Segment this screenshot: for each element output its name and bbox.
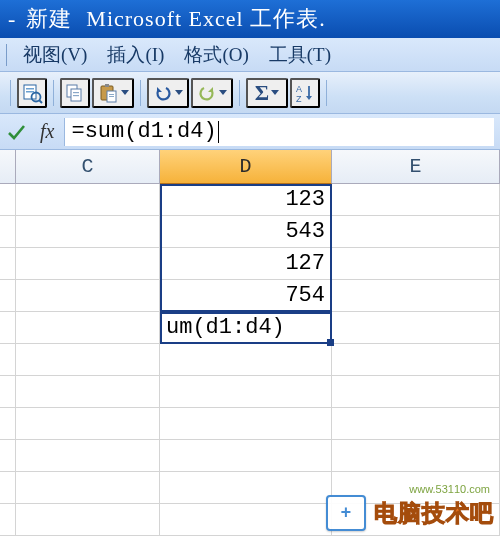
cell-d3[interactable]: 127 <box>160 248 332 280</box>
svg-rect-13 <box>109 96 114 97</box>
cell-stub[interactable] <box>0 248 16 280</box>
cell-c5[interactable] <box>16 312 160 344</box>
table-row <box>0 408 500 440</box>
chevron-down-icon <box>271 90 279 95</box>
spreadsheet-grid: C D E 123 543 127 754 <box>0 150 500 539</box>
copy-button[interactable] <box>60 78 90 108</box>
undo-button[interactable] <box>147 78 189 108</box>
sort-asc-icon: A Z <box>294 82 316 104</box>
cell-d6[interactable] <box>160 344 332 376</box>
cell-c9[interactable] <box>16 440 160 472</box>
cell-c3[interactable] <box>16 248 160 280</box>
table-row <box>0 376 500 408</box>
cell-e6[interactable] <box>332 344 500 376</box>
cell-d10[interactable] <box>160 472 332 504</box>
autosum-button[interactable]: Σ <box>246 78 288 108</box>
text-caret <box>218 121 219 143</box>
title-new-zh: 新建 <box>26 4 72 34</box>
chevron-down-icon <box>219 90 227 95</box>
cell-d11[interactable] <box>160 504 332 536</box>
col-header-stub[interactable] <box>0 150 16 184</box>
redo-icon <box>197 83 217 103</box>
cell-e9[interactable] <box>332 440 500 472</box>
table-row: 543 <box>0 216 500 248</box>
cell-stub[interactable] <box>0 312 16 344</box>
svg-line-4 <box>39 100 42 103</box>
print-preview-button[interactable] <box>17 78 47 108</box>
table-row: 754 <box>0 280 500 312</box>
cell-stub[interactable] <box>0 344 16 376</box>
cell-e1[interactable] <box>332 184 500 216</box>
cell-c11[interactable] <box>16 504 160 536</box>
cell-stub[interactable] <box>0 184 16 216</box>
svg-rect-8 <box>73 95 79 96</box>
cell-e7[interactable] <box>332 376 500 408</box>
title-dash: - <box>8 6 16 32</box>
menu-format[interactable]: 格式(O) <box>174 40 258 70</box>
formula-input[interactable]: =sum(d1:d4) <box>64 118 494 146</box>
cell-d9[interactable] <box>160 440 332 472</box>
undo-icon <box>153 83 173 103</box>
menu-separator <box>6 44 7 66</box>
cell-d7[interactable] <box>160 376 332 408</box>
cell-stub[interactable] <box>0 280 16 312</box>
title-app-name: Microsoft Excel 工作表. <box>86 4 325 34</box>
formula-text: =sum(d1:d4) <box>71 119 216 144</box>
paste-button[interactable] <box>92 78 134 108</box>
menu-view[interactable]: 视图(V) <box>13 40 97 70</box>
table-row: 123 <box>0 184 500 216</box>
svg-rect-12 <box>109 94 114 95</box>
table-row <box>0 472 500 504</box>
fx-label[interactable]: fx <box>40 120 54 143</box>
title-bar: - 新建 Microsoft Excel 工作表. <box>0 0 500 38</box>
cell-e2[interactable] <box>332 216 500 248</box>
cell-e5[interactable] <box>332 312 500 344</box>
cell-stub[interactable] <box>0 408 16 440</box>
cell-e3[interactable] <box>332 248 500 280</box>
cell-d8[interactable] <box>160 408 332 440</box>
col-header-c[interactable]: C <box>16 150 160 184</box>
redo-button[interactable] <box>191 78 233 108</box>
col-header-e[interactable]: E <box>332 150 500 184</box>
cell-stub[interactable] <box>0 504 16 536</box>
cell-c4[interactable] <box>16 280 160 312</box>
toolbar-separator <box>239 80 240 106</box>
cell-e8[interactable] <box>332 408 500 440</box>
paste-icon <box>97 82 119 104</box>
svg-rect-1 <box>26 88 34 90</box>
toolbar: Σ A Z <box>0 72 500 114</box>
cell-e4[interactable] <box>332 280 500 312</box>
menu-insert[interactable]: 插入(I) <box>97 40 174 70</box>
table-row <box>0 504 500 536</box>
svg-text:A: A <box>296 84 302 94</box>
table-row <box>0 440 500 472</box>
cell-c8[interactable] <box>16 408 160 440</box>
chevron-down-icon <box>175 90 183 95</box>
cell-c7[interactable] <box>16 376 160 408</box>
cell-d5-active[interactable]: um(d1:d4) <box>160 312 332 344</box>
chevron-down-icon <box>121 90 129 95</box>
cell-stub[interactable] <box>0 376 16 408</box>
cell-d1[interactable]: 123 <box>160 184 332 216</box>
cell-e11[interactable] <box>332 504 500 536</box>
cell-c1[interactable] <box>16 184 160 216</box>
menu-tools[interactable]: 工具(T) <box>259 40 341 70</box>
cell-e10[interactable] <box>332 472 500 504</box>
toolbar-separator <box>53 80 54 106</box>
cell-c6[interactable] <box>16 344 160 376</box>
cell-c2[interactable] <box>16 216 160 248</box>
cell-c10[interactable] <box>16 472 160 504</box>
enter-button[interactable] <box>6 122 26 142</box>
toolbar-separator <box>140 80 141 106</box>
svg-rect-2 <box>26 91 34 93</box>
sigma-icon: Σ <box>255 80 269 106</box>
cell-stub[interactable] <box>0 440 16 472</box>
cell-stub[interactable] <box>0 472 16 504</box>
sort-asc-button[interactable]: A Z <box>290 78 320 108</box>
cell-d2[interactable]: 543 <box>160 216 332 248</box>
cell-stub[interactable] <box>0 216 16 248</box>
cell-d4[interactable]: 754 <box>160 280 332 312</box>
col-header-d[interactable]: D <box>160 150 332 184</box>
rows-container: 123 543 127 754 um(d1:d4) <box>0 184 500 536</box>
print-preview-icon <box>21 82 43 104</box>
